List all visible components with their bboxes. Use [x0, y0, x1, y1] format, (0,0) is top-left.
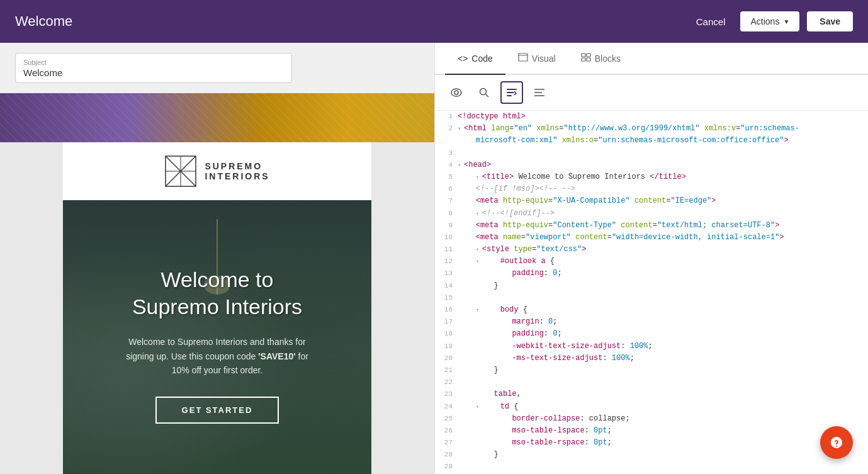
code-line: 21 }: [435, 364, 868, 376]
subject-container: Subject: [0, 43, 434, 93]
preview-toggle-button[interactable]: [445, 81, 468, 104]
tab-visual[interactable]: Visual: [505, 43, 568, 75]
code-line: 20 -ms-text-size-adjust: 100%;: [435, 353, 868, 364]
actions-button[interactable]: Actions ▼: [740, 11, 799, 31]
code-line: 5 ▾<title> Welcome to Supremo Interiors …: [435, 171, 868, 183]
email-content-area: SUPREMO INTERIORS Welcome toSupremo Inte…: [0, 93, 434, 474]
tab-visual-label: Visual: [532, 54, 556, 64]
code-editor[interactable]: 1 <!doctype html> 2 ▾<html lang="en" xml…: [435, 111, 868, 474]
svg-point-12: [454, 91, 458, 94]
code-line: 25 border-collapse: collapse;: [435, 413, 868, 425]
tab-blocks[interactable]: Blocks: [568, 43, 633, 75]
email-preview-panel: Subject SUPREMO INTERIORS: [0, 43, 434, 474]
email-top-banner: [0, 93, 434, 142]
code-line: 18 padding: 0;: [435, 328, 868, 340]
format-button[interactable]: [528, 81, 551, 104]
svg-point-13: [480, 89, 487, 95]
svg-rect-9: [582, 58, 585, 61]
code-line: 14 }: [435, 280, 868, 292]
code-line: 13 padding: 0;: [435, 268, 868, 279]
svg-rect-17: [507, 95, 512, 96]
logo-icon: [164, 155, 197, 188]
tab-blocks-label: Blocks: [595, 54, 621, 64]
code-icon: <>: [458, 54, 468, 64]
code-line: 2 ▾<html lang="en" xmlns="http://www.w3.…: [435, 123, 868, 135]
word-wrap-button[interactable]: [500, 81, 523, 104]
code-line: 10 <meta name="viewport" content="width=…: [435, 232, 868, 244]
chevron-down-icon: ▼: [783, 18, 789, 25]
save-button[interactable]: Save: [807, 11, 853, 31]
header-actions: Cancel Actions ▼ Save: [689, 11, 853, 32]
code-line: 28 }: [435, 449, 868, 461]
svg-rect-8: [587, 54, 590, 57]
logo-name-bottom: INTERIORS: [205, 171, 269, 181]
code-line: 4 ▾<head>: [435, 159, 868, 171]
svg-rect-16: [507, 92, 514, 93]
code-line: 6 <!--[if !mso]><!-- -->: [435, 183, 868, 195]
page-title: Welcome: [15, 13, 689, 30]
code-editor-panel: <> Code Visual Blocks: [434, 43, 868, 474]
code-line: 24 ▾ td {: [435, 401, 868, 413]
svg-rect-10: [587, 58, 590, 61]
cancel-button[interactable]: Cancel: [689, 11, 733, 32]
visual-icon: [518, 53, 528, 64]
svg-rect-15: [507, 89, 517, 90]
code-line: 19 -webkit-text-size-adjust: 100%;: [435, 341, 868, 353]
code-line: 9 <meta http-equiv="Content-Type" conten…: [435, 220, 868, 232]
svg-point-11: [451, 89, 461, 96]
code-line: 8 ▾<!--<![endif]-->: [435, 208, 868, 220]
code-line: 11 ▾<style type="text/css">: [435, 244, 868, 256]
help-button[interactable]: [820, 426, 853, 459]
code-line: 29: [435, 461, 868, 473]
hero-area: Welcome toSupremo Interiors Welcome to S…: [63, 200, 371, 474]
logo-area: SUPREMO INTERIORS: [63, 142, 371, 200]
code-line: 26 mso-table-lspace: 0pt;: [435, 425, 868, 437]
code-line: 27 mso-table-rspace: 0pt;: [435, 437, 868, 449]
code-line: microsoft-com:xml" xmlns:o="urn:schemas-…: [435, 135, 868, 147]
code-line: 1 <!doctype html>: [435, 111, 868, 123]
code-line: 23 table,: [435, 388, 868, 400]
svg-rect-5: [519, 54, 527, 61]
logo-name-top: SUPREMO: [205, 161, 269, 171]
code-line: 12 ▾ #outlook a {: [435, 256, 868, 268]
svg-rect-7: [582, 54, 585, 57]
editor-tabs: <> Code Visual Blocks: [435, 43, 868, 75]
code-line: 15: [435, 292, 868, 304]
tab-code[interactable]: <> Code: [445, 43, 505, 75]
hero-body: Welcome to Supremo Interiors and thanks …: [126, 335, 308, 377]
main-content: Subject SUPREMO INTERIORS: [0, 43, 868, 474]
header: Welcome Cancel Actions ▼ Save: [0, 0, 868, 43]
cta-button[interactable]: GET STARTED: [155, 397, 279, 424]
subject-input[interactable]: [23, 67, 284, 78]
code-line: 17 margin: 0;: [435, 316, 868, 328]
code-line: 3: [435, 147, 868, 159]
blocks-icon: [581, 53, 591, 64]
coupon-code: 'SAVE10': [258, 351, 295, 361]
hero-title: Welcome toSupremo Interiors: [126, 266, 308, 320]
hero-text-content: Welcome toSupremo Interiors Welcome to S…: [126, 266, 308, 423]
logo-text: SUPREMO INTERIORS: [205, 161, 269, 181]
editor-toolbar: [435, 75, 868, 111]
subject-field-wrapper: Subject: [15, 53, 292, 83]
code-line: 7 <meta http-equiv="X-UA-Compatible" con…: [435, 195, 868, 207]
svg-line-14: [486, 94, 489, 98]
tab-code-label: Code: [471, 54, 492, 64]
code-line: 16 ▾ body {: [435, 304, 868, 316]
subject-label: Subject: [23, 59, 284, 66]
search-button[interactable]: [473, 81, 495, 104]
code-line: 22: [435, 376, 868, 388]
